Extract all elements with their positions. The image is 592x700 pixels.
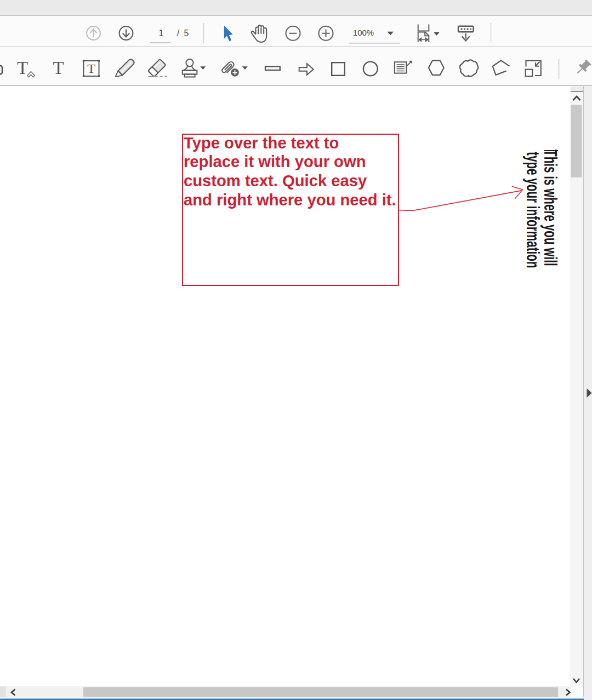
- svg-text:T: T: [87, 61, 95, 76]
- svg-text:/: /: [177, 28, 180, 38]
- svg-text:T: T: [17, 58, 28, 78]
- svg-text:5: 5: [184, 28, 189, 38]
- svg-text:T: T: [53, 58, 64, 78]
- svg-text:1: 1: [159, 28, 164, 38]
- svg-text:100%: 100%: [353, 28, 374, 37]
